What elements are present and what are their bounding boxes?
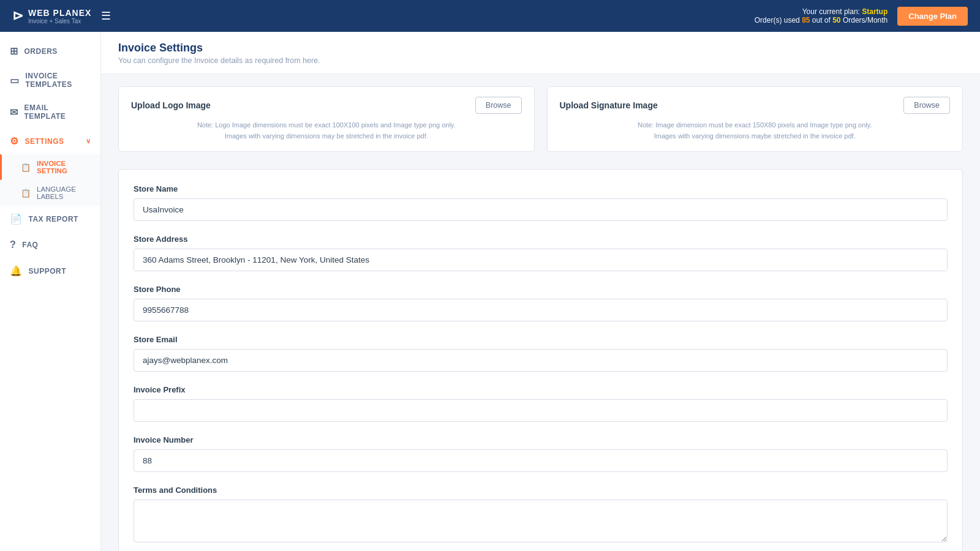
form-section: Store Name Store Address Store Phone Sto… <box>118 169 963 551</box>
plan-info: Your current plan: Startup Order(s) used… <box>755 7 888 24</box>
logo: ⊳ WEB PLANEX Invoice + Sales Tax <box>12 8 91 24</box>
content-area: Upload Logo Image Browse Note: Logo Imag… <box>101 74 980 551</box>
upload-logo-note-line2: Images with varying dimensions may be st… <box>225 132 428 140</box>
header-right: Your current plan: Startup Order(s) used… <box>755 7 968 26</box>
orders-suffix: Orders/Month <box>841 16 888 24</box>
upload-signature-header: Upload Signature Image Browse <box>560 97 951 114</box>
sidebar-item-support[interactable]: 🔔 SUPPORT <box>0 258 100 284</box>
upload-logo-title: Upload Logo Image <box>131 100 211 110</box>
upload-signature-card: Upload Signature Image Browse Note: Imag… <box>547 86 963 152</box>
upload-logo-header: Upload Logo Image Browse <box>131 97 522 114</box>
invoice-number-label: Invoice Number <box>134 435 948 444</box>
upload-logo-card: Upload Logo Image Browse Note: Logo Imag… <box>118 86 535 152</box>
sidebar-item-settings-label: SETTINGS <box>25 137 64 146</box>
sidebar-item-invoice-templates[interactable]: ▭ INVOICE TEMPLATES <box>0 64 100 96</box>
orders-icon: ⊞ <box>10 45 18 57</box>
sidebar-item-settings[interactable]: ⚙ SETTINGS ∨ <box>0 128 100 154</box>
sidebar-item-invoice-templates-label: INVOICE TEMPLATES <box>26 72 91 89</box>
upload-signature-title: Upload Signature Image <box>560 100 658 110</box>
hamburger-icon[interactable]: ☰ <box>101 9 111 23</box>
store-phone-label: Store Phone <box>134 285 948 294</box>
sidebar: ⊞ ORDERS ▭ INVOICE TEMPLATES ✉ EMAIL TEM… <box>0 32 101 551</box>
store-address-group: Store Address <box>134 234 948 271</box>
terms-textarea[interactable] <box>134 500 948 542</box>
invoice-prefix-input[interactable] <box>134 399 948 422</box>
sidebar-item-support-label: SUPPORT <box>29 267 67 276</box>
invoice-prefix-label: Invoice Prefix <box>134 385 948 394</box>
email-template-icon: ✉ <box>10 107 18 118</box>
orders-prefix: Order(s) used <box>755 16 802 24</box>
plan-prefix: Your current plan: <box>802 7 862 16</box>
chevron-down-icon: ∨ <box>86 137 91 145</box>
logo-name: WEB PLANEX <box>28 8 91 18</box>
faq-icon: ? <box>10 239 16 250</box>
main-content: Invoice Settings You can configure the I… <box>101 32 980 551</box>
upload-signature-note-line1: Note: Image dimension must be exact 150X… <box>638 121 872 129</box>
store-name-group: Store Name <box>134 184 948 221</box>
store-address-input[interactable] <box>134 249 948 271</box>
upload-signature-note-line2: Images with varying dimensions maybe str… <box>654 132 856 140</box>
store-phone-group: Store Phone <box>134 285 948 321</box>
store-email-label: Store Email <box>134 335 948 344</box>
sidebar-subitem-invoice-setting-label: INVOICE SETTING <box>37 160 91 174</box>
store-name-label: Store Name <box>134 184 948 193</box>
logo-icon: ⊳ <box>12 8 23 24</box>
store-email-input[interactable] <box>134 349 948 372</box>
tax-report-icon: 📄 <box>10 213 23 225</box>
browse-logo-button[interactable]: Browse <box>475 97 522 114</box>
sidebar-item-faq[interactable]: ? FAQ <box>0 232 100 258</box>
browse-signature-button[interactable]: Browse <box>903 97 950 114</box>
logo-text: WEB PLANEX Invoice + Sales Tax <box>28 8 91 24</box>
sidebar-item-tax-report[interactable]: 📄 TAX REPORT <box>0 206 100 232</box>
orders-used: 85 <box>802 16 810 24</box>
header-left: ⊳ WEB PLANEX Invoice + Sales Tax ☰ <box>12 8 111 24</box>
language-labels-icon: 📋 <box>21 189 31 198</box>
upload-row: Upload Logo Image Browse Note: Logo Imag… <box>118 86 963 152</box>
logo-sub: Invoice + Sales Tax <box>28 18 91 24</box>
page-subtitle: You can configure the Invoice details as… <box>118 56 963 65</box>
settings-icon: ⚙ <box>10 135 19 147</box>
page-header: Invoice Settings You can configure the I… <box>101 32 980 74</box>
sidebar-item-faq-label: FAQ <box>22 241 38 249</box>
invoice-number-input[interactable] <box>134 449 948 472</box>
plan-name: Startup <box>862 7 888 16</box>
store-email-group: Store Email <box>134 335 948 372</box>
invoice-templates-icon: ▭ <box>10 75 20 86</box>
invoice-setting-icon: 📋 <box>21 163 31 172</box>
store-name-input[interactable] <box>134 198 948 221</box>
sidebar-subitem-language-labels-label: LANGUAGE LABELS <box>37 186 91 200</box>
store-phone-input[interactable] <box>134 299 948 321</box>
sidebar-item-email-template-label: EMAIL TEMPLATE <box>24 103 91 121</box>
invoice-number-group: Invoice Number <box>134 435 948 472</box>
settings-submenu: 📋 INVOICE SETTING 📋 LANGUAGE LABELS <box>0 154 100 206</box>
sidebar-subitem-invoice-setting[interactable]: 📋 INVOICE SETTING <box>0 154 100 180</box>
store-address-label: Store Address <box>134 234 948 244</box>
app-header: ⊳ WEB PLANEX Invoice + Sales Tax ☰ Your … <box>0 0 980 32</box>
change-plan-button[interactable]: Change Plan <box>897 7 968 26</box>
page-title: Invoice Settings <box>118 42 963 54</box>
sidebar-item-orders[interactable]: ⊞ ORDERS <box>0 38 100 64</box>
sidebar-item-tax-report-label: TAX REPORT <box>29 215 78 223</box>
invoice-prefix-group: Invoice Prefix <box>134 385 948 422</box>
orders-mid: out of <box>810 16 832 24</box>
upload-logo-note-line1: Note: Logo Image dimensions must be exac… <box>197 121 456 129</box>
sidebar-item-orders-label: ORDERS <box>24 47 58 56</box>
app-body: ⊞ ORDERS ▭ INVOICE TEMPLATES ✉ EMAIL TEM… <box>0 32 980 551</box>
terms-label: Terms and Conditions <box>134 485 948 495</box>
upload-signature-note: Note: Image dimension must be exact 150X… <box>560 120 951 141</box>
sidebar-item-email-template[interactable]: ✉ EMAIL TEMPLATE <box>0 96 100 128</box>
support-icon: 🔔 <box>10 265 23 277</box>
upload-logo-note: Note: Logo Image dimensions must be exac… <box>131 120 522 141</box>
sidebar-subitem-language-labels[interactable]: 📋 LANGUAGE LABELS <box>0 180 100 206</box>
orders-max: 50 <box>832 16 840 24</box>
terms-group: Terms and Conditions <box>134 485 948 545</box>
